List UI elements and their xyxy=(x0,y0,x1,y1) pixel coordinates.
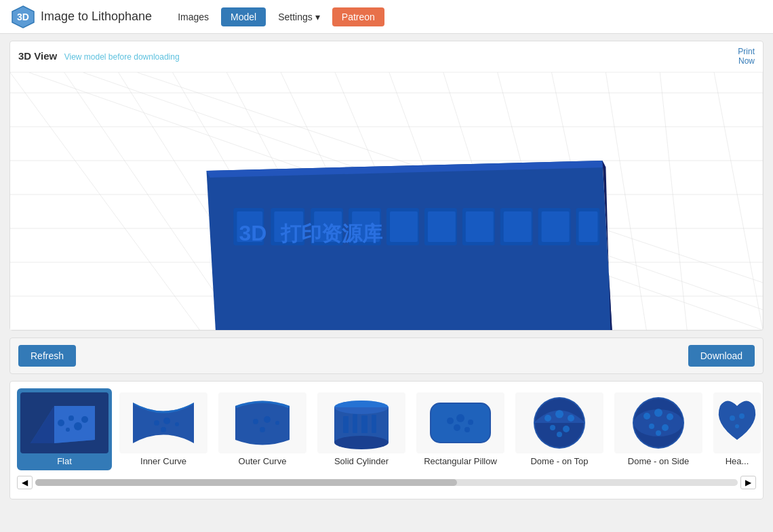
svg-point-68 xyxy=(161,427,166,432)
svg-point-61 xyxy=(74,422,82,430)
refresh-button[interactable]: Refresh xyxy=(18,345,76,367)
gallery-item-heart[interactable]: Hea... xyxy=(710,388,763,470)
gallery-scroll-container[interactable]: Flat xyxy=(10,388,763,470)
view-title: 3D View xyxy=(18,50,57,62)
model-gallery: Flat xyxy=(9,381,764,499)
view-subtitle: View model before downloading xyxy=(64,52,180,62)
gallery-scrollbar: ◀ ▶ xyxy=(10,473,763,492)
svg-point-71 xyxy=(264,416,271,423)
nav-settings[interactable]: Settings ▾ xyxy=(269,7,330,26)
svg-point-113 xyxy=(735,424,739,428)
heart-preview xyxy=(713,392,761,453)
svg-rect-85 xyxy=(431,404,490,442)
print-now-button[interactable]: PrintNow xyxy=(738,47,755,66)
svg-point-106 xyxy=(667,413,673,420)
download-button[interactable]: Download xyxy=(688,345,755,367)
svg-point-108 xyxy=(662,424,669,431)
view-header: 3D View View model before downloading Pr… xyxy=(10,41,763,73)
gallery-label-dome-on-top: Dome - on Top xyxy=(530,456,588,466)
main-content: 3D View View model before downloading Pr… xyxy=(0,34,773,506)
gallery-label-rectangular-pillow: Rectangular Pillow xyxy=(424,456,497,466)
gallery-label-dome-on-side: Dome - on Side xyxy=(628,456,689,466)
pillow-preview xyxy=(416,392,504,453)
svg-point-60 xyxy=(68,415,74,421)
svg-point-62 xyxy=(66,428,70,432)
gallery-label-heart: Hea... xyxy=(726,456,749,466)
dome-top-preview xyxy=(515,392,603,453)
gallery-item-dome-on-side[interactable]: Dome - on Side xyxy=(611,388,706,470)
svg-text:3D: 3D xyxy=(17,12,29,22)
scroll-left-button[interactable]: ◀ xyxy=(17,476,33,489)
controls-bar: Refresh Download xyxy=(9,337,764,374)
model-thumb-flat xyxy=(20,392,108,453)
svg-point-104 xyxy=(643,413,650,420)
svg-point-96 xyxy=(568,415,574,422)
svg-rect-48 xyxy=(428,211,456,242)
svg-rect-80 xyxy=(353,414,357,433)
gallery-item-rectangular-pillow[interactable]: Rectangular Pillow xyxy=(413,388,508,470)
svg-point-90 xyxy=(464,427,470,432)
inner-curve-preview xyxy=(119,392,207,453)
svg-point-95 xyxy=(555,410,563,418)
svg-point-112 xyxy=(739,413,745,419)
gallery-item-inner-curve[interactable]: Inner Curve xyxy=(116,388,211,470)
view-title-area: 3D View View model before downloading xyxy=(18,50,180,62)
svg-point-109 xyxy=(656,430,661,436)
gallery-item-solid-cylinder[interactable]: Solid Cylinder xyxy=(314,388,409,470)
svg-rect-50 xyxy=(504,211,532,242)
gallery-label-inner-curve: Inner Curve xyxy=(140,456,186,466)
scrollbar-thumb xyxy=(35,479,457,486)
model-thumb-inner-curve xyxy=(119,392,207,453)
svg-point-78 xyxy=(334,401,389,414)
gallery-label-outer-curve: Outer Curve xyxy=(239,456,287,466)
app-logo-icon: 3D xyxy=(11,5,35,29)
gallery-item-flat[interactable]: Flat xyxy=(17,388,112,470)
svg-point-77 xyxy=(334,436,389,449)
svg-point-67 xyxy=(175,422,179,426)
svg-text:打印资源库: 打印资源库 xyxy=(280,222,383,245)
cylinder-preview xyxy=(317,392,405,453)
svg-point-94 xyxy=(544,415,551,422)
grid-svg: 3D 打印资源库 xyxy=(10,73,763,330)
svg-text:3D: 3D xyxy=(239,221,266,245)
model-thumb-outer-curve xyxy=(218,392,306,453)
app-title: Image to Lithophane xyxy=(41,9,152,24)
gallery-item-outer-curve[interactable]: Outer Curve xyxy=(215,388,310,470)
scrollbar-track[interactable] xyxy=(35,479,738,486)
nav-images[interactable]: Images xyxy=(168,7,218,26)
svg-point-105 xyxy=(654,409,662,417)
nav-patreon[interactable]: Patreon xyxy=(332,7,384,26)
flat-preview xyxy=(20,392,108,453)
model-thumb-dome-on-side xyxy=(614,392,702,453)
view-section: 3D View View model before downloading Pr… xyxy=(9,41,764,331)
svg-rect-52 xyxy=(578,211,597,242)
svg-point-66 xyxy=(163,417,170,424)
gallery-item-dome-on-top[interactable]: Dome - on Top xyxy=(512,388,607,470)
svg-point-73 xyxy=(260,427,265,432)
svg-point-70 xyxy=(253,419,258,424)
gallery-label-solid-cylinder: Solid Cylinder xyxy=(334,456,389,466)
svg-point-86 xyxy=(447,417,454,424)
outer-curve-preview xyxy=(218,392,306,453)
svg-point-88 xyxy=(468,420,473,425)
svg-point-72 xyxy=(275,421,279,425)
dome-side-preview xyxy=(614,392,702,453)
svg-point-98 xyxy=(563,426,570,432)
gallery-label-flat: Flat xyxy=(57,456,72,466)
svg-point-63 xyxy=(81,416,88,423)
svg-point-87 xyxy=(456,414,464,422)
model-thumb-solid-cylinder xyxy=(317,392,405,453)
3d-canvas[interactable]: 3D 打印资源库 xyxy=(10,73,763,330)
svg-rect-51 xyxy=(542,211,570,242)
svg-point-99 xyxy=(557,432,562,437)
svg-point-65 xyxy=(154,420,159,426)
svg-rect-49 xyxy=(466,211,494,242)
svg-rect-79 xyxy=(343,416,349,433)
svg-point-97 xyxy=(550,425,555,430)
model-thumb-heart xyxy=(713,392,761,453)
scroll-right-button[interactable]: ▶ xyxy=(740,476,756,489)
svg-point-89 xyxy=(454,424,460,431)
model-thumb-rectangular-pillow xyxy=(416,392,504,453)
nav-model[interactable]: Model xyxy=(221,7,266,26)
svg-rect-81 xyxy=(361,415,368,433)
